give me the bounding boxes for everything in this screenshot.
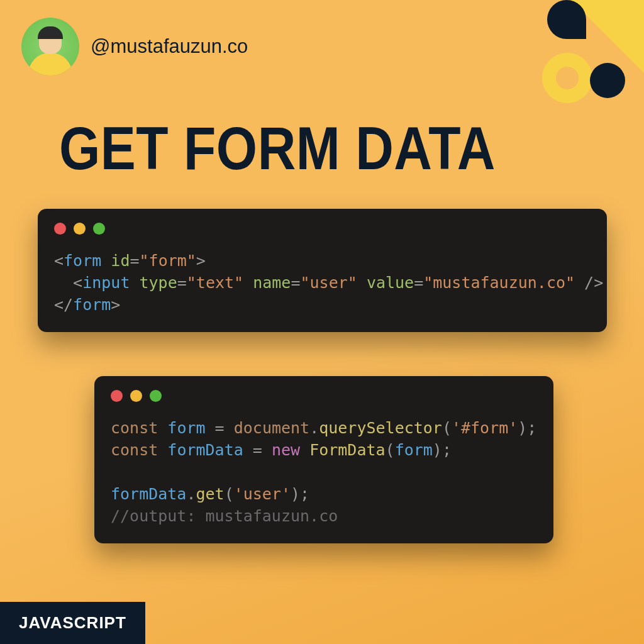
corner-decoration	[518, 0, 644, 126]
maximize-icon	[150, 390, 162, 402]
code-block-js: const form = document.querySelector('#fo…	[94, 376, 553, 543]
page-title: GET FORM DATA	[59, 113, 496, 184]
avatar	[21, 18, 79, 75]
header: @mustafauzun.co	[21, 18, 248, 75]
code-content-html: <form id="form"> <input type="text" name…	[54, 250, 591, 316]
minimize-icon	[74, 223, 86, 235]
author-handle: @mustafauzun.co	[91, 35, 248, 58]
close-icon	[54, 223, 66, 235]
maximize-icon	[93, 223, 105, 235]
code-block-html: <form id="form"> <input type="text" name…	[38, 209, 607, 332]
close-icon	[111, 390, 123, 402]
category-tag: JAVASCRIPT	[0, 602, 145, 644]
window-controls	[54, 223, 591, 235]
window-controls	[111, 390, 537, 402]
code-content-js: const form = document.querySelector('#fo…	[111, 417, 537, 527]
minimize-icon	[130, 390, 142, 402]
